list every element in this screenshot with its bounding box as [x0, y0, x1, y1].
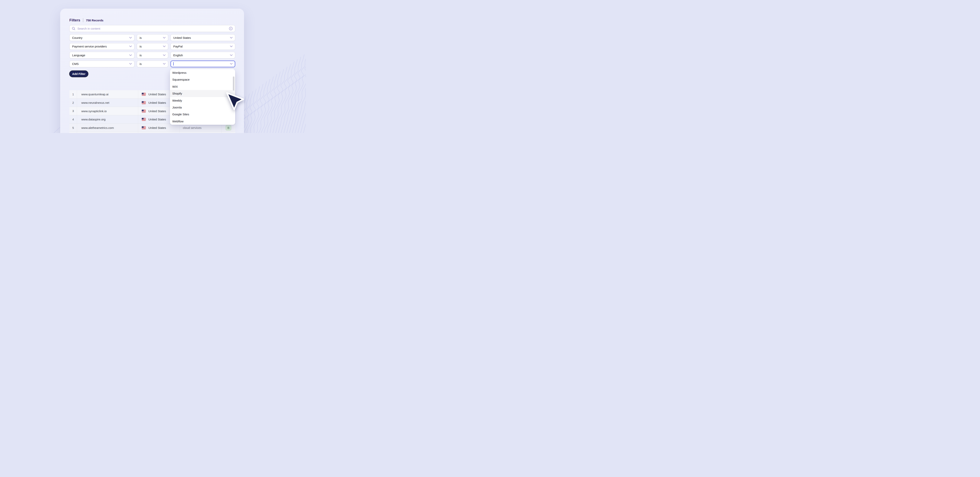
value-select[interactable]: PayPal — [170, 43, 235, 50]
field-select-value: Payment service providers — [72, 45, 129, 48]
country-label: United States — [148, 109, 166, 113]
value-select[interactable]: English — [170, 52, 235, 59]
header-divider — [83, 18, 83, 22]
chevron-down-icon — [230, 63, 233, 65]
row-grade: B — [222, 124, 235, 132]
card-header: Filters 758 Records — [69, 18, 103, 23]
filter-row-language: Language is English — [60, 52, 244, 59]
chevron-down-icon — [129, 46, 132, 47]
operator-select-value: is — [140, 36, 163, 40]
operator-select-value: is — [140, 62, 163, 65]
add-filter-button[interactable]: Add Filter — [69, 70, 88, 77]
row-country: United States — [138, 124, 180, 132]
value-select-value: United States — [173, 36, 230, 40]
page: Filters 758 Records Country is — [0, 0, 306, 133]
dropdown-option[interactable]: Webflow — [170, 118, 235, 125]
chevron-down-icon — [129, 63, 132, 65]
dropdown-option[interactable]: Google Sites — [170, 111, 235, 118]
filters-card: Filters 758 Records Country is — [60, 9, 244, 133]
page-title: Filters — [69, 18, 80, 22]
dropdown-option[interactable]: WIX — [170, 83, 235, 90]
value-select-value: English — [173, 54, 230, 57]
operator-select[interactable]: is — [137, 34, 168, 41]
dropdown-option[interactable]: Joomla — [170, 104, 235, 111]
row-domain: www.synapticlink.io — [77, 107, 138, 115]
chevron-down-icon — [163, 46, 165, 47]
chevron-down-icon — [230, 46, 233, 47]
dropdown-option[interactable]: Squarespace — [170, 76, 235, 83]
row-category: cloud services — [180, 124, 222, 132]
operator-select[interactable]: is — [137, 43, 168, 50]
us-flag-icon — [142, 93, 146, 96]
operator-select-value: is — [140, 54, 163, 57]
country-label: United States — [148, 93, 166, 96]
cms-value-combobox-focused[interactable] — [170, 61, 235, 67]
text-cursor — [173, 62, 173, 65]
cms-options-dropdown: Wordpress Squarespace WIX Shopify Weebly… — [170, 69, 235, 125]
row-index: 4 — [69, 115, 77, 124]
filter-row-cms: CMS is — [60, 61, 244, 67]
records-count: 758 Records — [86, 19, 103, 22]
chevron-down-icon — [129, 54, 132, 56]
row-domain: www.dataspire.org — [77, 115, 138, 124]
info-icon[interactable] — [229, 27, 233, 30]
field-select-value: Language — [72, 54, 129, 57]
row-domain: www.aletheametrics.com — [77, 124, 138, 132]
country-label: United States — [148, 118, 166, 121]
us-flag-icon — [142, 110, 146, 113]
dropdown-scrollbar[interactable] — [233, 77, 234, 91]
search-bar[interactable] — [69, 25, 235, 32]
filter-row-country: Country is United States — [60, 34, 244, 41]
row-index: 3 — [69, 107, 77, 115]
field-select[interactable]: Country — [69, 34, 134, 41]
chevron-down-icon — [163, 37, 165, 38]
country-label: United States — [148, 101, 166, 104]
chevron-down-icon — [129, 37, 132, 38]
field-select[interactable]: CMS — [69, 61, 134, 67]
operator-select-value: is — [140, 45, 163, 48]
field-select[interactable]: Payment service providers — [69, 43, 134, 50]
chevron-down-icon — [163, 63, 165, 65]
search-icon — [72, 27, 75, 30]
dropdown-option[interactable]: Wordpress — [170, 69, 235, 76]
table-row[interactable]: 5 www.aletheametrics.com United States c… — [69, 124, 235, 132]
value-select[interactable]: United States — [170, 34, 235, 41]
search-input[interactable] — [77, 27, 229, 30]
chevron-down-icon — [163, 54, 165, 56]
operator-select[interactable]: is — [137, 52, 168, 59]
value-select-value: PayPal — [173, 45, 230, 48]
chevron-down-icon — [230, 54, 233, 56]
field-select[interactable]: Language — [69, 52, 134, 59]
dropdown-option-highlighted[interactable]: Shopify — [170, 90, 235, 97]
row-index: 5 — [69, 124, 77, 132]
row-index: 1 — [69, 90, 77, 99]
field-select-value: Country — [72, 36, 129, 40]
operator-select[interactable]: is — [137, 61, 168, 67]
row-domain: www.quantumleap.ai — [77, 90, 138, 99]
table-row-partial — [69, 132, 235, 133]
dropdown-option[interactable]: Weebly — [170, 97, 235, 104]
filter-row-payment: Payment service providers is PayPal — [60, 43, 244, 50]
row-domain: www.neuralnexus.net — [77, 99, 138, 107]
field-select-value: CMS — [72, 62, 129, 65]
row-index: 2 — [69, 99, 77, 107]
us-flag-icon — [142, 101, 146, 104]
grade-badge: B — [225, 125, 231, 131]
chevron-down-icon — [230, 37, 233, 38]
country-label: United States — [148, 126, 166, 129]
us-flag-icon — [142, 118, 146, 121]
us-flag-icon — [142, 126, 146, 129]
